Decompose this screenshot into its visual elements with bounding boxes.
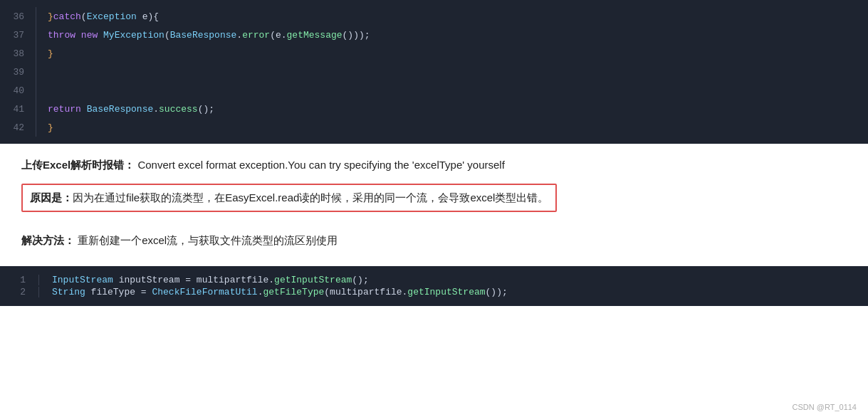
line-number: 38 <box>0 44 36 63</box>
page-wrapper: 36 }catch(Exception e){ 37 throw new MyE… <box>0 0 868 417</box>
prose-section: 上传Excel解析时报错： Convert excel format excep… <box>0 144 868 266</box>
error-label: 上传Excel解析时报错： <box>21 159 135 171</box>
line-number: 40 <box>0 81 36 100</box>
solution-label: 解决方法： <box>21 234 75 246</box>
code-text <box>36 81 868 100</box>
code-line: 39 <box>0 63 868 81</box>
solution-line: 解决方法： 重新创建一个excel流，与获取文件流类型的流区别使用 <box>21 232 847 249</box>
code-text <box>36 63 868 81</box>
code-line: 37 throw new MyException(BaseResponse.er… <box>0 26 868 44</box>
cause-box-wrapper: 原因是：因为在通过file获取的流类型，在EasyExcel.read读的时候，… <box>21 184 847 222</box>
cause-label: 原因是： <box>30 191 73 204</box>
watermark-text: CSDN @RT_0114 <box>793 403 857 411</box>
cause-box: 原因是：因为在通过file获取的流类型，在EasyExcel.read读的时候，… <box>21 184 557 212</box>
line-number: 2 <box>1 287 37 297</box>
line-number: 36 <box>0 7 36 26</box>
solution-message: 重新创建一个excel流，与获取文件流类型的流区别使用 <box>78 234 338 246</box>
line-number: 37 <box>0 26 36 44</box>
line-separator <box>38 275 39 285</box>
line-number: 39 <box>0 63 36 81</box>
code-line: 40 <box>0 81 868 100</box>
code-line: 38 } <box>0 44 868 63</box>
error-line: 上传Excel解析时报错： Convert excel format excep… <box>21 157 847 174</box>
code-line: 42 } <box>0 118 868 137</box>
code-block-bottom: 1 InputStream inputStream = multipartfil… <box>0 266 868 306</box>
code-line: 41 return BaseResponse.success(); <box>0 100 868 118</box>
code-text: InputStream inputStream = multipartfile.… <box>41 275 519 285</box>
line-separator <box>38 287 39 297</box>
code-text: }catch(Exception e){ <box>36 7 868 26</box>
code-text: throw new MyException(BaseResponse.error… <box>36 26 868 44</box>
line-number: 42 <box>0 118 36 137</box>
code-text: } <box>36 118 868 137</box>
cause-message: 因为在通过file获取的流类型，在EasyExcel.read读的时候，采用的同… <box>73 191 548 204</box>
code-line: 36 }catch(Exception e){ <box>0 7 868 26</box>
line-number: 1 <box>1 275 37 285</box>
code-block-top: 36 }catch(Exception e){ 37 throw new MyE… <box>0 0 868 144</box>
code-text: } <box>36 44 868 63</box>
code-text: String fileType = CheckFileFormatUtil.ge… <box>41 287 519 297</box>
code-text: return BaseResponse.success(); <box>36 100 868 118</box>
watermark: CSDN @RT_0114 <box>793 403 857 411</box>
code-line: 2 String fileType = CheckFileFormatUtil.… <box>1 287 519 297</box>
code-line: 1 InputStream inputStream = multipartfil… <box>1 275 519 285</box>
line-number: 41 <box>0 100 36 118</box>
error-message: Convert excel format exception.You can t… <box>137 159 504 171</box>
